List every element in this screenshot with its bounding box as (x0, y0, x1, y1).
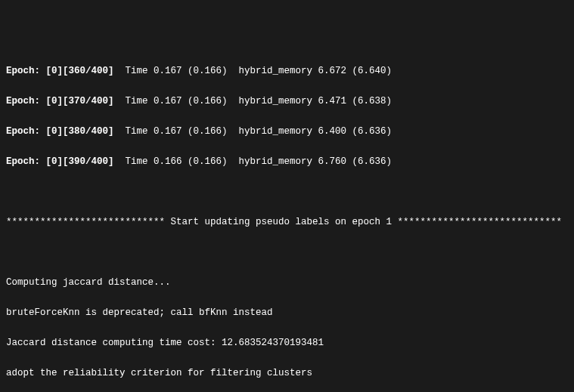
epoch-bracket: : [0][390/400] (35, 156, 114, 167)
epoch-label: Epoch (6, 66, 35, 76)
log-line: adopt the reliability criterion for filt… (6, 366, 568, 381)
epoch-stats: Time 0.167 (0.166) hybrid_memory 6.672 (… (114, 66, 392, 76)
epoch-bracket: : [0][360/400] (35, 66, 114, 76)
epoch-bracket: : [0][380/400] (35, 126, 114, 137)
blank-line (6, 184, 568, 199)
epoch-stats: Time 0.167 (0.166) hybrid_memory 6.400 (… (114, 126, 392, 137)
epoch-label: Epoch (6, 156, 35, 167)
epoch-label: Epoch (6, 96, 35, 106)
blank-line (6, 245, 568, 260)
epoch-line: Epoch: [0][370/400] Time 0.167 (0.166) h… (6, 94, 568, 109)
epoch-stats: Time 0.166 (0.166) hybrid_memory 6.760 (… (114, 156, 392, 167)
epoch-bracket: : [0][370/400] (35, 96, 114, 106)
log-line: Computing jaccard distance... (6, 275, 568, 290)
epoch-line: Epoch: [0][380/400] Time 0.167 (0.166) h… (6, 124, 568, 139)
start-banner: **************************** Start updat… (6, 215, 568, 230)
log-line: Jaccard distance computing time cost: 12… (6, 335, 568, 350)
epoch-label: Epoch (6, 126, 35, 137)
log-line: bruteForceKnn is deprecated; call bfKnn … (6, 305, 568, 320)
epoch-line: Epoch: [0][360/400] Time 0.167 (0.166) h… (6, 63, 568, 79)
epoch-stats: Time 0.167 (0.166) hybrid_memory 6.471 (… (114, 96, 392, 106)
epoch-line: Epoch: [0][390/400] Time 0.166 (0.166) h… (6, 154, 568, 169)
